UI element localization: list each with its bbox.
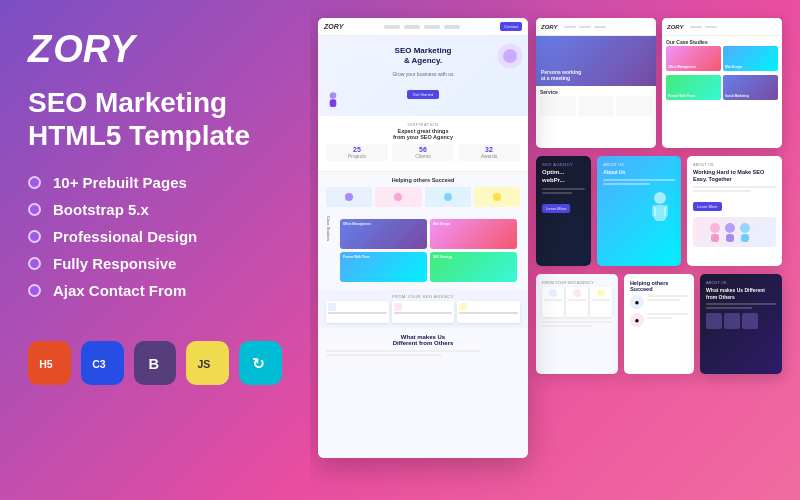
feature-dot (28, 230, 41, 243)
pm-stat-label: Awards (461, 153, 517, 159)
rp-card-header: ZORY (536, 18, 656, 36)
feature-dot (28, 176, 41, 189)
preview-container: ZORY Contact SEO Marketing& Agency. Grow… (318, 18, 782, 482)
svg-rect-14 (711, 234, 719, 242)
rp-seo-bottom-card: From your SEO Agency (536, 274, 618, 374)
hero-decoration-icon (496, 42, 524, 70)
pm-different-section: What makes UsDifferent from Others (318, 328, 528, 362)
person-figure-icon (645, 190, 675, 230)
feature-item-bootstrap: Bootstrap 5.x (28, 201, 282, 218)
hero-figure-icon (322, 90, 344, 112)
pm-stat-num: 56 (395, 146, 451, 153)
pm-grid-item: Office Management (340, 219, 427, 249)
pm-different-title: What makes UsDifferent from Others (326, 334, 520, 346)
rp-service-item (540, 96, 576, 116)
pm-stat-num: 25 (329, 146, 385, 153)
feature-label: Bootstrap 5.x (53, 201, 149, 218)
product-title: SEO Marketing HTML5 Template (28, 86, 282, 152)
pm-header-logo: ZORY (324, 23, 343, 30)
badge-refresh: ↻ (239, 341, 282, 385)
pm-hero-subtitle: Grow your business with us (326, 71, 520, 77)
rp-working-card: ABOUT US Working Hard to Make SEO Easy. … (687, 156, 782, 266)
svg-point-17 (740, 223, 750, 233)
pm-hero-title: SEO Marketing& Agency. (326, 46, 520, 67)
svg-text:B: B (148, 356, 159, 372)
svg-rect-16 (726, 234, 734, 242)
brand-logo: Z ORY (28, 30, 282, 68)
rp-middle-row: SEO AGENCY Optim...webPr... Learn More A… (536, 156, 782, 266)
rp-case-studies-card: ZORY Our Case Studies Office Management … (662, 18, 782, 148)
right-panel: ZORY Contact SEO Marketing& Agency. Grow… (310, 0, 800, 500)
brand-z: Z (28, 30, 51, 68)
rp-nav-item (705, 26, 717, 28)
pm-stat-item: 32 Awards (458, 144, 520, 161)
rp-case-title: Our Case Studies (662, 36, 782, 46)
svg-point-9 (654, 192, 666, 204)
product-title-line1: SEO Marketing (28, 87, 227, 118)
rp-top-row: ZORY Persons workingat a meeting Service (536, 18, 782, 148)
pm-seo-label: FROM YOUR SEO AGENCY (326, 294, 520, 299)
svg-rect-12 (664, 205, 668, 217)
pm-nav-item (404, 25, 420, 29)
pm-stat-label: Clients (395, 153, 451, 159)
pm-stat-num: 32 (461, 146, 517, 153)
feature-dot (28, 203, 41, 216)
rp-service-item (578, 96, 614, 116)
feature-item-ajax: Ajax Contact From (28, 282, 282, 299)
feature-list: 10+ Prebuilt Pages Bootstrap 5.x Profess… (28, 174, 282, 309)
feature-dot (28, 284, 41, 297)
rp-nav-item (579, 26, 591, 28)
rp-nav-item (564, 26, 576, 28)
svg-text:↻: ↻ (252, 356, 265, 372)
rp-nav-item (690, 26, 702, 28)
rp-working-title: Working Hard to Make SEO Easy. Together (693, 169, 776, 183)
badge-css3: C3 (81, 341, 124, 385)
rp-bottom-row: From your SEO Agency (536, 274, 782, 374)
rp-optim-card: SEO AGENCY Optim...webPr... Learn More (536, 156, 591, 266)
rp-different-title: What makes Us Different from Others (706, 287, 776, 300)
rp-header-nav (564, 26, 606, 28)
rp-helping-title: Helping others Succeed (630, 280, 688, 292)
pm-grid-item: Web Design (430, 219, 517, 249)
svg-rect-11 (652, 205, 656, 217)
rp-different-bottom-card: ABOUT US What makes Us Different from Ot… (700, 274, 782, 374)
pm-header-cta: Contact (500, 22, 522, 31)
svg-point-6 (503, 49, 517, 63)
pm-grid: Office Management Web Design Partner Wit… (336, 216, 522, 285)
pm-helping-title: Helping others Succeed (326, 177, 520, 183)
pm-hero: SEO Marketing& Agency. Grow your busines… (318, 36, 528, 116)
right-previews: ZORY Persons workingat a meeting Service (536, 18, 782, 374)
pm-case-studies-section: Case Studies Office Management Web Desig… (318, 212, 528, 289)
svg-text:JS: JS (197, 358, 210, 370)
feature-dot (28, 257, 41, 270)
product-title-line2: HTML5 Template (28, 120, 250, 151)
rp-service-card: ZORY Persons workingat a meeting Service (536, 18, 656, 148)
svg-text:C3: C3 (92, 358, 106, 370)
pm-seo-section: FROM YOUR SEO AGENCY (318, 289, 528, 328)
feature-label: Fully Responsive (53, 255, 176, 272)
badge-html5: H5 (28, 341, 71, 385)
rp-about-title: About Us (603, 169, 675, 176)
pm-header-nav (384, 25, 460, 29)
rp-helping-bottom-card: Helping others Succeed ● ● (624, 274, 694, 374)
brand-ory: ORY (53, 30, 135, 68)
pm-stats-row: 25 Projects 56 Clients 32 Awards (326, 144, 520, 161)
badge-bootstrap: B (134, 341, 177, 385)
pm-nav-item (424, 25, 440, 29)
pm-nav-item (384, 25, 400, 29)
badge-javascript: JS (186, 341, 229, 385)
feature-item-prebuilt: 10+ Prebuilt Pages (28, 174, 282, 191)
left-panel: Z ORY SEO Marketing HTML5 Template 10+ P… (0, 0, 310, 500)
pm-nav-item (444, 25, 460, 29)
rp-header-logo: ZORY (541, 24, 558, 30)
pm-stat-label: Projects (329, 153, 385, 159)
rp-about-card: ABOUT US About Us (597, 156, 681, 266)
rp-header-nav (690, 26, 717, 28)
svg-text:H5: H5 (40, 358, 54, 370)
rp-service-item (616, 96, 652, 116)
rp-service-title: Service (536, 86, 656, 96)
feature-label: 10+ Prebuilt Pages (53, 174, 187, 191)
svg-rect-8 (330, 99, 337, 107)
pm-header: ZORY Contact (318, 18, 528, 36)
rp-card-header: ZORY (662, 18, 782, 36)
